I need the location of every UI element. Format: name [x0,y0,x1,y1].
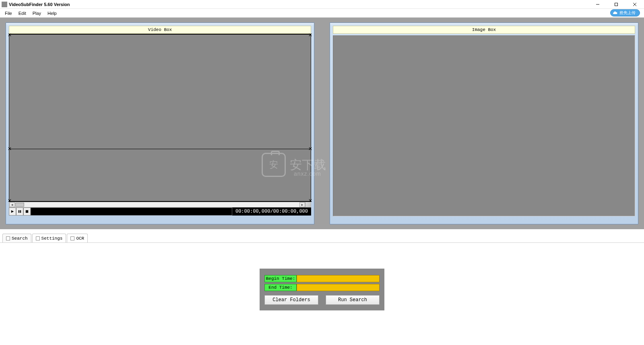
control-panel: Begin Time: End Time: Clear Folders Run … [260,269,384,310]
tab-label: OCR [76,236,84,241]
menu-file[interactable]: File [2,10,15,16]
end-time-input[interactable] [297,284,380,291]
cloud-icon [612,10,618,16]
minimize-button[interactable] [588,0,607,9]
upload-pill[interactable]: 抢先上传 [610,9,640,16]
pause-button[interactable] [16,207,23,216]
menu-help[interactable]: Help [44,10,60,16]
svg-rect-6 [20,210,21,213]
svg-rect-1 [615,3,618,6]
maximize-button[interactable] [607,0,625,9]
video-surface[interactable]: ✕ ✕ ✕ ✕ ✕ ✕ [9,34,311,202]
marker-handle[interactable]: ✕ [308,198,312,203]
svg-rect-7 [26,210,28,213]
tab-search[interactable]: Search [2,234,31,242]
tab-label: Settings [41,236,63,241]
marker-handle[interactable]: ✕ [8,146,12,151]
svg-rect-5 [19,210,19,213]
tab-settings[interactable]: Settings [32,234,66,242]
app-icon [2,2,7,7]
end-time-label: End Time: [264,284,297,291]
video-panel: Video Box ✕ ✕ ✕ ✕ ✕ ✕ ◄ ► [6,23,314,224]
tab-strip: Search Settings OCR [0,233,644,243]
button-row: Clear Folders Run Search [264,295,380,305]
clear-folders-button[interactable]: Clear Folders [264,295,318,305]
window-title: VideoSubFinder 5.60 Version [9,2,70,7]
tab-checkbox[interactable] [70,236,74,240]
title-bar: VideoSubFinder 5.60 Version [0,0,644,9]
image-surface [333,35,635,216]
begin-time-row: Begin Time: [264,275,380,282]
horizontal-scrollbar[interactable]: ◄ ► [9,202,311,207]
image-panel: Image Box [330,23,638,224]
marker-handle[interactable]: ✕ [308,146,312,151]
svg-marker-4 [11,210,14,213]
close-button[interactable] [625,0,644,9]
seek-track[interactable] [31,207,232,216]
image-box-label: Image Box [333,26,635,34]
tab-ocr[interactable]: OCR [67,234,88,242]
search-tab-pane: Begin Time: End Time: Clear Folders Run … [0,243,644,336]
scroll-thumb[interactable] [15,203,24,207]
menu-play[interactable]: Play [29,10,44,16]
marker-handle[interactable]: ✕ [8,33,12,37]
tab-checkbox[interactable] [6,236,10,240]
timecode-display: 00:00:00,000/00:00:00,000 [232,207,311,216]
run-search-button[interactable]: Run Search [326,295,380,305]
marker-handle[interactable]: ✕ [308,33,312,37]
playback-bar: 00:00:00,000/00:00:00,000 [9,207,311,216]
upload-label: 抢先上传 [619,10,636,16]
menu-edit[interactable]: Edit [15,10,29,16]
stop-button[interactable] [23,207,31,216]
end-time-row: End Time: [264,284,380,291]
work-area: Video Box ✕ ✕ ✕ ✕ ✕ ✕ ◄ ► [0,18,644,229]
tab-checkbox[interactable] [36,236,40,240]
tab-label: Search [12,236,28,241]
scroll-right-icon[interactable]: ► [299,202,305,207]
window-controls [588,0,644,9]
marker-handle[interactable]: ✕ [8,198,12,203]
menu-bar: File Edit Play Help 抢先上传 [0,9,644,18]
video-box-label: Video Box [9,26,311,34]
begin-time-input[interactable] [297,275,380,282]
begin-time-label: Begin Time: [264,275,297,282]
play-button[interactable] [9,207,16,216]
